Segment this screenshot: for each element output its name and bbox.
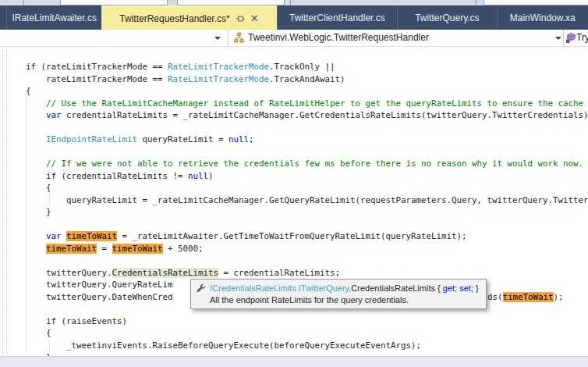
code-line[interactable]: if (rateLimitTrackerMode == RateLimitTra…: [5, 61, 588, 73]
tab-mainwindow-xa[interactable]: MainWindow.xa: [497, 5, 588, 30]
highlighted-token: timeToWait: [46, 244, 97, 254]
code-token: );: [554, 292, 564, 302]
code-token: // Use the RateLimitCacheManager instead…: [46, 98, 588, 109]
code-content[interactable]: if (rateLimitTrackerMode == RateLimitTra…: [5, 61, 588, 356]
code-token: if: [46, 171, 56, 181]
member-dropdown[interactable]: TryP: [564, 30, 588, 47]
code-line[interactable]: timeToWait = timeToWait + 5000;: [5, 243, 588, 255]
code-line[interactable]: if (raiseEvents): [5, 315, 588, 328]
code-token: [5, 98, 46, 109]
vs-editor-window: IRateLimitAwaiter.csTwitterRequestHandle…: [0, 0, 588, 367]
tooltip-signature-token: ICredentialsRateLimits ITwitterQuery: [210, 283, 349, 293]
code-token: ): [208, 171, 214, 181]
code-line[interactable]: if (credentialRateLimits != null): [5, 170, 588, 183]
toolbar-strip: [0, 0, 588, 5]
code-line[interactable]: // If we were not able to retrieve the c…: [5, 158, 588, 170]
code-line[interactable]: [5, 255, 588, 267]
code-line[interactable]: _tweetinviEvents.RaiseBeforeQueryExecute…: [5, 340, 588, 352]
code-token: ;: [249, 134, 254, 144]
code-line[interactable]: {: [5, 327, 588, 340]
code-token: .TrackAndAwait): [269, 74, 345, 84]
code-token: if: [26, 62, 36, 72]
tooltip-signature-token: get: [443, 283, 455, 293]
tab-label: TwitterRequestHandler.cs*: [119, 13, 229, 24]
tab-label: TwitterClientHandler.cs: [289, 12, 385, 23]
toolbar-separator: [476, 0, 476, 5]
code-line-tail: ds(timeToWait);: [487, 291, 564, 304]
pin-icon[interactable]: [235, 13, 246, 24]
tab-label: MainWindow.xa: [510, 12, 576, 23]
code-line[interactable]: [5, 146, 588, 159]
code-token: queryRateLimit = _rateLimitCacheManager.…: [5, 195, 588, 205]
code-token: {: [5, 328, 51, 338]
wrench-property-icon: [196, 283, 207, 294]
highlighted-token: timeToWait: [66, 231, 117, 241]
code-line[interactable]: }: [5, 206, 588, 219]
tab-label: TwitterQuery.cs: [415, 12, 479, 23]
close-icon[interactable]: ✕: [250, 13, 259, 23]
code-line[interactable]: var timeToWait = _rateLimitAwaiter.GetTi…: [5, 230, 588, 243]
code-token: credentialRateLimits = _rateLimitCacheMa…: [62, 110, 588, 120]
code-line[interactable]: rateLimitTrackerMode == RateLimitTracker…: [5, 73, 588, 86]
toolbar-separator: [23, 0, 24, 5]
code-token: {: [5, 86, 31, 96]
horizontal-scrollbar[interactable]: [0, 356, 588, 367]
code-token: if: [46, 316, 56, 326]
code-line[interactable]: {: [5, 182, 588, 194]
tab-twitterclienthandler-cs[interactable]: TwitterClientHandler.cs: [277, 5, 398, 30]
highlighted-token: timeToWait: [503, 292, 554, 302]
code-token: }: [5, 207, 51, 217]
code-line[interactable]: {: [5, 85, 588, 98]
toolbar-separator: [290, 0, 291, 5]
tooltip-description: All the endpoint RateLimits for the quer…: [210, 295, 480, 305]
method-lock-icon: [565, 32, 577, 44]
code-token: RateLimitTrackerMode: [168, 62, 269, 72]
code-token: [5, 316, 46, 326]
code-line[interactable]: queryRateLimit = _rateLimitCacheManager.…: [5, 194, 588, 207]
code-token: (credentialRateLimits !=: [56, 171, 188, 181]
dropdown-arrow-icon[interactable]: [555, 37, 561, 40]
code-line[interactable]: var credentialRateLimits = _rateLimitCac…: [5, 109, 588, 122]
code-token: _tweetinviEvents.RaiseBeforeQueryExecute…: [5, 340, 421, 351]
indent-guide: [2, 50, 3, 355]
code-token: (rateLimitTrackerMode ==: [36, 62, 168, 72]
code-token: [5, 244, 46, 254]
tab-twitterquery-cs[interactable]: TwitterQuery.cs: [397, 5, 496, 30]
code-token: (raiseEvents): [56, 316, 127, 326]
code-token: + 5000;: [163, 244, 204, 254]
code-token: IEndpointRateLimit: [46, 134, 137, 144]
quickinfo-tooltip: ICredentialsRateLimits ITwitterQuery.Cre…: [190, 279, 487, 309]
member-dropdown-value: TryP: [576, 32, 588, 43]
code-token: [5, 62, 26, 72]
dropdown-arrow-icon[interactable]: [214, 37, 221, 40]
type-dropdown-value: Tweetinvi.WebLogic.TwitterRequestHandler: [248, 32, 429, 43]
code-token: ds(: [487, 292, 503, 302]
class-icon: [233, 32, 245, 44]
tab-twitterrequesthandler-cs-[interactable]: TwitterRequestHandler.cs*✕: [101, 5, 276, 30]
code-token: twitterQuery.: [5, 268, 112, 278]
code-token: var: [46, 110, 62, 120]
code-token: .TrackOnly ||: [269, 62, 335, 72]
tooltip-signature: ICredentialsRateLimits ITwitterQuery.Cre…: [210, 283, 479, 293]
toolbar-combo-edge: [177, 0, 285, 5]
project-dropdown[interactable]: [0, 30, 228, 47]
highlighted-token: timeToWait: [112, 244, 163, 254]
code-token: [5, 134, 46, 144]
type-dropdown[interactable]: Tweetinvi.WebLogic.TwitterRequestHandler: [228, 30, 563, 47]
code-token: RateLimitTrackerMode: [168, 74, 269, 84]
code-editor[interactable]: if (rateLimitTrackerMode == RateLimitTra…: [0, 47, 588, 356]
code-token: twitterQuery.QueryRateLim: [5, 280, 173, 290]
document-tab-bar: IRateLimitAwaiter.csTwitterRequestHandle…: [0, 5, 588, 30]
tab-label: IRateLimitAwaiter.cs: [12, 12, 97, 23]
code-line[interactable]: [5, 219, 588, 231]
code-token: queryRateLimit =: [137, 134, 228, 144]
tooltip-signature-token: set: [459, 283, 471, 293]
code-line[interactable]: twitterQuery.CredentialsRateLimits = cre…: [5, 267, 588, 280]
tab-iratelimitawaiter-cs[interactable]: IRateLimitAwaiter.cs: [6, 5, 101, 30]
code-line[interactable]: IEndpointRateLimit queryRateLimit = null…: [5, 134, 588, 146]
code-line[interactable]: [5, 122, 588, 134]
code-line[interactable]: // Use the RateLimitCacheManager instead…: [5, 98, 588, 110]
toolbar-combo-edge: [484, 0, 588, 5]
code-token: var: [46, 231, 62, 241]
code-token: {: [5, 183, 51, 193]
